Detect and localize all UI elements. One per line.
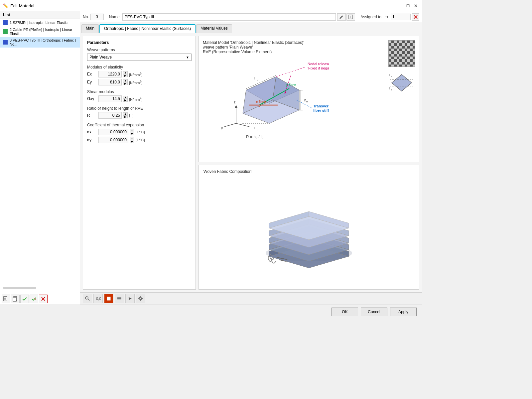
name-label: Name — [109, 15, 120, 19]
r-spinners: ▲ ▶ — [123, 112, 128, 118]
svg-text:x fibre: x fibre — [256, 100, 266, 104]
cancel-button[interactable]: Cancel — [361, 308, 387, 316]
title-bar-controls: — □ ✕ — [397, 2, 419, 9]
ax-up-button[interactable]: ▲ — [130, 129, 134, 132]
arrow-tool-button[interactable] — [125, 294, 135, 303]
no-label: No. — [83, 15, 89, 19]
ok-button[interactable]: OK — [332, 308, 358, 316]
name-input[interactable] — [122, 13, 336, 21]
ay-down-button[interactable]: ▶ — [130, 140, 134, 143]
rve-diagram: h 0 l 0 l 0 — [203, 57, 329, 143]
bottom-toolbar: 0,00 — [80, 292, 422, 305]
ex-unit: [N/mm2] — [129, 72, 142, 77]
r-up-button[interactable]: ▲ — [123, 112, 128, 115]
assigned-section: Assigned to — [360, 13, 419, 21]
svg-text:0: 0 — [306, 100, 308, 103]
svg-text:0,00: 0,00 — [96, 297, 101, 301]
ex-input[interactable] — [98, 71, 122, 77]
tab-content-area: Parameters Weave patterns Plain Weave ▼ … — [80, 33, 422, 292]
thermal-label: Coefficient of thermal expansion — [87, 123, 192, 127]
minimize-button[interactable]: — — [397, 2, 403, 9]
sidebar-item-1[interactable]: 1 S275JR | Isotropic | Linear Elastic — [0, 19, 80, 26]
tab-orthotropic[interactable]: Orthotropic | Fabric | Nonlinear Elastic… — [99, 24, 196, 33]
assigned-remove-button[interactable] — [412, 13, 419, 21]
weave-patterns-dropdown[interactable]: Plain Weave ▼ — [87, 54, 192, 61]
apply-button[interactable]: Apply — [390, 308, 417, 316]
viz-text-1: Material Model 'Orthotropic | Nonlinear … — [203, 40, 415, 45]
svg-point-83 — [140, 298, 142, 300]
svg-text:y fibre: y fibre — [286, 83, 296, 87]
fabric-composition-diagram — [226, 177, 392, 270]
ax-row: αx ▲ ▶ [1/°C] — [87, 129, 192, 135]
svg-text:l: l — [389, 73, 390, 77]
main-content: List 1 S275JR | Isotropic | Linear Elast… — [0, 11, 422, 305]
ex-label: Ex — [87, 72, 97, 76]
top-info-bar: No. Name i Assigned to — [80, 11, 422, 23]
new-material-button[interactable] — [2, 295, 10, 303]
box-tool-button[interactable] — [104, 294, 113, 303]
ex-spinners: ▲ ▶ — [123, 71, 128, 77]
assigned-input[interactable] — [391, 14, 411, 20]
viz-upper-panel: Material Model 'Orthotropic | Nonlinear … — [199, 36, 419, 162]
no-input[interactable] — [90, 14, 104, 20]
sidebar-item-3[interactable]: 3 PES-PVC Typ III | Orthotropic | Fabric… — [0, 37, 80, 48]
settings-tool-button[interactable] — [136, 294, 145, 303]
tab-material-values[interactable]: Material Values — [196, 24, 232, 33]
gxy-down-button[interactable]: ▶ — [123, 99, 128, 102]
ey-down-button[interactable]: ▶ — [123, 82, 128, 85]
weave-patterns-group: Weave patterns Plain Weave ▼ — [87, 48, 192, 61]
svg-rect-79 — [107, 297, 110, 300]
check-button[interactable] — [20, 295, 29, 303]
mini-scrollbar[interactable] — [3, 287, 36, 289]
right-panel: No. Name i Assigned to — [80, 11, 422, 305]
r-unit: [--] — [129, 113, 133, 117]
ey-input[interactable] — [98, 79, 122, 85]
viz-lower-panel: 'Woven Fabric Composition' — [199, 165, 419, 290]
svg-marker-50 — [392, 74, 412, 91]
svg-text:Transverse: Transverse — [313, 104, 329, 108]
ex-down-button[interactable]: ▶ — [123, 74, 128, 77]
close-button[interactable]: ✕ — [413, 2, 419, 9]
r-input[interactable] — [98, 112, 122, 119]
ex-row: Ex ▲ ▶ [N/mm2] — [87, 71, 192, 77]
weave-pattern-thumbnail — [388, 40, 415, 67]
svg-point-76 — [85, 297, 88, 299]
gxy-input[interactable] — [98, 95, 122, 102]
edit-name-button[interactable] — [337, 13, 346, 21]
ay-up-button[interactable]: ▲ — [130, 137, 134, 140]
r-row: R ▲ ▶ [--] — [87, 112, 192, 119]
sidebar-item-2[interactable]: 2 Cable PE (Pfeifer) | Isotropic | Linea… — [0, 26, 80, 37]
ay-input[interactable] — [98, 137, 128, 143]
svg-text:Nodal release: Nodal release — [308, 62, 329, 66]
ey-up-button[interactable]: ▲ — [123, 79, 128, 82]
ax-input[interactable] — [98, 129, 128, 135]
info-button[interactable]: i — [346, 13, 355, 21]
ratio-group: Ratio of height to length of RVE R ▲ ▶ [… — [87, 106, 192, 119]
dropdown-arrow-icon: ▼ — [186, 56, 189, 59]
gxy-up-button[interactable]: ▲ — [123, 96, 128, 99]
ax-down-button[interactable]: ▶ — [130, 132, 134, 135]
ax-unit: [1/°C] — [136, 130, 145, 134]
numbers-tool-button[interactable]: 0,00 — [93, 294, 103, 303]
visualization-panel: Material Model 'Orthotropic | Nonlinear … — [199, 36, 419, 290]
copy-material-button[interactable] — [11, 295, 20, 303]
svg-text:R = h₀ / l₀: R = h₀ / l₀ — [246, 135, 263, 139]
window-title: Edit Material — [10, 3, 34, 8]
tab-main[interactable]: Main — [81, 24, 99, 33]
sidebar-item-label-1: 1 S275JR | Isotropic | Linear Elastic — [10, 21, 67, 25]
svg-text:fiber stiffness: fiber stiffness — [313, 108, 329, 112]
r-down-button[interactable]: ▶ — [123, 115, 128, 118]
modulus-label: Modulus of elasticity — [87, 65, 192, 69]
svg-text:×: × — [259, 105, 260, 108]
tabs-bar: Main Orthotropic | Fabric | Nonlinear El… — [80, 23, 422, 33]
rve-shape-thumbnail: l 0 l 0 — [388, 69, 415, 96]
lines-tool-button[interactable] — [115, 294, 124, 303]
svg-text:0: 0 — [391, 89, 392, 91]
search-tool-button[interactable] — [83, 294, 92, 303]
ex-up-button[interactable]: ▲ — [123, 71, 128, 74]
delete-material-button[interactable] — [39, 295, 48, 303]
maximize-button[interactable]: □ — [405, 2, 411, 9]
check-x-button[interactable] — [30, 295, 38, 303]
svg-rect-5 — [13, 297, 16, 301]
gxy-spinners: ▲ ▶ — [123, 96, 128, 102]
